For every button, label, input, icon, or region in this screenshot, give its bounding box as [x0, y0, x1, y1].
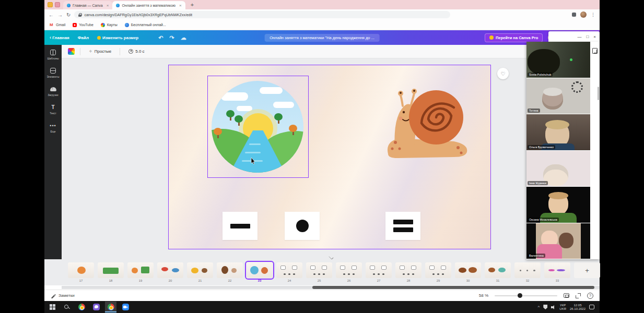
page-thumbnail-22[interactable]: 22 — [217, 262, 243, 282]
equals-card[interactable] — [385, 212, 420, 240]
duration-button[interactable]: 5.0 с — [125, 47, 147, 55]
redo-icon[interactable]: ↷ — [169, 34, 174, 41]
page-thumbnail-17[interactable]: 17 — [68, 262, 94, 282]
bookmark-gmail[interactable]: MGmail — [50, 23, 65, 27]
background-color-icon[interactable] — [68, 48, 75, 55]
browser-menu-icon[interactable]: ⋮ — [591, 12, 595, 17]
tab-canva-design[interactable]: Онлайн заняття з математикою × — [112, 1, 185, 9]
snail-image[interactable] — [382, 80, 471, 161]
fullscreen-icon[interactable] — [576, 293, 581, 298]
notes-button[interactable]: Заметки — [51, 293, 75, 298]
dots-thumbnail — [514, 262, 541, 278]
filmstrip-scrollbar-thumb[interactable] — [312, 286, 594, 289]
page-thumbnail-33[interactable]: 33 — [544, 262, 570, 282]
page-thumbnail-30[interactable]: 30 — [455, 262, 481, 282]
language-indicator[interactable]: УКРUKR — [559, 304, 566, 310]
taskbar-chrome-active[interactable] — [105, 302, 116, 312]
canvas-page[interactable] — [168, 65, 491, 249]
video-tile-5[interactable]: Оксана Мозалевська — [526, 187, 590, 223]
page-thumbnail-24[interactable]: 24 — [276, 262, 302, 282]
resize-button[interactable]: Изменить размер — [97, 35, 138, 40]
ripple-shape — [249, 143, 261, 145]
participant-name: Інна Жданюк — [528, 181, 548, 185]
tab-canva-home[interactable]: Главная — Canva × — [63, 1, 112, 9]
gallery-view-icon[interactable] — [592, 48, 598, 54]
new-tab-button[interactable]: + — [191, 2, 194, 8]
page-thumbnail-23[interactable]: 23 — [247, 262, 273, 282]
defender-icon[interactable] — [543, 305, 547, 309]
add-page-button[interactable]: + — [574, 262, 600, 278]
home-button[interactable]: ‹ Главная — [50, 35, 69, 40]
sidebar-item-elements[interactable]: Элементы — [47, 67, 60, 78]
back-icon[interactable]: ← — [49, 12, 54, 18]
video-tile-6[interactable]: Валентина — [526, 223, 590, 259]
reload-icon[interactable]: ↻ — [66, 12, 71, 18]
landscape-image[interactable] — [212, 81, 303, 173]
zoom-slider-knob[interactable] — [518, 293, 522, 298]
undo-icon[interactable]: ↶ — [158, 34, 163, 41]
page-thumbnail-31[interactable]: 31 — [485, 262, 511, 282]
page-thumbnail-20[interactable]: 20 — [157, 262, 183, 282]
video-tile-4[interactable]: Інна Жданюк — [526, 151, 590, 187]
video-tile-1[interactable]: Sveta Polishchuk — [526, 42, 590, 78]
bookmark-youtube[interactable]: YouTube — [73, 23, 93, 27]
video-tile-3[interactable]: Ольга Вдовиченко — [526, 114, 590, 150]
page-thumbnail-26[interactable]: 26 — [336, 262, 362, 282]
zoom-slider[interactable] — [495, 295, 557, 296]
page-thumbnail-27[interactable]: 27 — [366, 262, 392, 282]
filmstrip-scrollbar-track[interactable] — [62, 286, 600, 289]
compare-cards-thumbnail — [306, 262, 332, 278]
page-thumbnail-19[interactable]: 19 — [127, 262, 154, 282]
browser-avatar[interactable] — [580, 11, 587, 18]
dot-card[interactable] — [285, 212, 320, 240]
sidebar-item-text[interactable]: T Текст — [50, 104, 56, 115]
bookmark-maps[interactable]: Карты — [101, 23, 118, 27]
close-icon[interactable]: × — [593, 34, 596, 39]
help-icon[interactable]: ? — [587, 293, 593, 299]
video-window-titlebar[interactable]: — □ × — [548, 31, 600, 42]
tray-expand-icon[interactable]: ^ — [538, 305, 540, 309]
notification-center-icon[interactable] — [589, 305, 594, 309]
video-tile-2[interactable]: Тетяна — [526, 78, 590, 114]
extensions-icon[interactable] — [572, 13, 576, 17]
windows-taskbar: ^ УКРUKR 12:0526.10.2022 — [44, 301, 600, 313]
grid-view-icon[interactable] — [564, 293, 569, 298]
design-title[interactable]: Онлайн заняття з математики "На день нар… — [264, 34, 380, 42]
browser-profile-icon[interactable] — [48, 2, 53, 7]
taskbar-search-button[interactable] — [61, 302, 73, 312]
like-heart-button[interactable]: ♡ — [497, 68, 509, 79]
browser-theme-icon[interactable] — [55, 2, 60, 7]
page-thumbnail-28[interactable]: 28 — [395, 262, 421, 282]
minimize-icon[interactable]: — — [577, 34, 581, 39]
page-thumbnail-25[interactable]: 25 — [306, 262, 332, 282]
video-scrollbar[interactable] — [598, 87, 599, 100]
taskbar-zoom[interactable] — [120, 302, 131, 312]
video-panel-gutter — [590, 42, 600, 259]
speaker-icon[interactable] — [551, 305, 556, 309]
start-button[interactable] — [46, 302, 58, 312]
sidebar-item-more[interactable]: ••• Еще — [50, 122, 56, 133]
sidebar-item-templates[interactable]: Шаблоны — [47, 49, 58, 60]
page-thumbnail-29[interactable]: 29 — [425, 262, 451, 282]
maximize-icon[interactable]: □ — [586, 34, 589, 39]
clock[interactable]: 12:0526.10.2022 — [570, 304, 586, 310]
chevron-left-icon: ‹ — [50, 35, 51, 40]
page-thumbnail-21[interactable]: 21 — [187, 262, 213, 282]
canva-pro-button[interactable]: Перейти на Canva Pro — [485, 33, 543, 42]
close-tab-icon[interactable]: × — [179, 3, 182, 8]
taskbar-viber[interactable] — [90, 302, 102, 312]
animation-style-button[interactable]: ✧Простые — [86, 47, 114, 55]
url-field[interactable]: canva.com/design/DAFRgGy1Eis/tGjb0x3XRgE… — [74, 11, 450, 18]
file-menu[interactable]: Файл — [78, 35, 89, 40]
forward-icon[interactable]: → — [57, 12, 63, 18]
sidebar-item-uploads[interactable]: Загрузки — [48, 86, 58, 97]
collapse-filmstrip-icon[interactable] — [328, 255, 334, 259]
system-tray: ^ УКРUKR 12:0526.10.2022 — [538, 304, 598, 310]
close-tab-icon[interactable]: × — [107, 3, 109, 8]
page-thumbnail-32[interactable]: 32 — [514, 262, 541, 282]
taskbar-chrome[interactable] — [76, 302, 87, 312]
bookmark-free[interactable]: Бесплатный онлай... — [125, 23, 166, 27]
minus-card[interactable] — [223, 212, 257, 240]
selected-image-frame[interactable] — [207, 76, 309, 178]
page-thumbnail-18[interactable]: 18 — [98, 262, 124, 282]
